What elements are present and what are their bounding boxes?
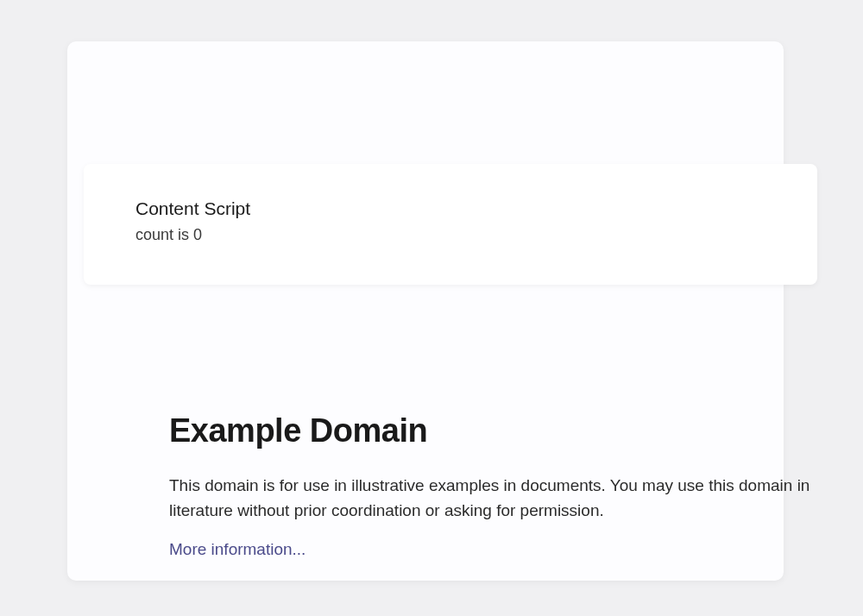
content-script-panel: Content Script count is 0 <box>84 164 817 285</box>
main-card: Example Domain This domain is for use in… <box>67 41 784 581</box>
overlay-count: count is 0 <box>135 226 765 244</box>
more-info-link[interactable]: More information... <box>169 540 306 558</box>
overlay-title: Content Script <box>135 198 765 219</box>
page-heading: Example Domain <box>169 412 834 449</box>
page-content: Example Domain This domain is for use in… <box>169 412 834 559</box>
page-description: This domain is for use in illustrative e… <box>169 474 834 523</box>
